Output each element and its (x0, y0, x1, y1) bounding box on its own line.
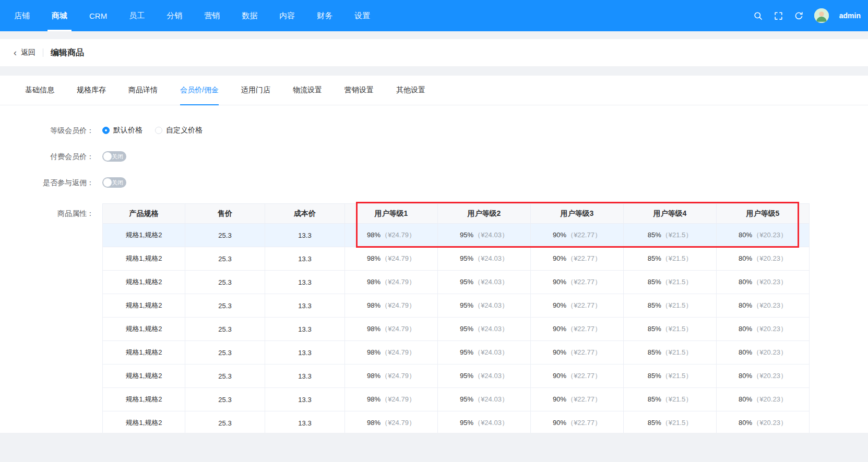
table-row[interactable]: 规格1,规格225.313.398%（¥24.79）95%（¥24.03）90%… (103, 411, 810, 433)
level-price-cell: 98%（¥24.79） (345, 318, 438, 341)
rebate-switch-label: 关闭 (112, 177, 123, 188)
level-price-cell: 85%（¥21.5） (624, 341, 717, 364)
edit-form: 等级会员价： 默认价格 自定义价格 付费会员价： 关闭 (0, 105, 868, 433)
level-price-cell: 80%（¥20.23） (717, 411, 810, 433)
level-price-cell: 80%（¥20.23） (717, 318, 810, 341)
tab-2[interactable]: 商品详情 (128, 76, 158, 105)
price-cell: 25.3 (185, 364, 265, 388)
paid-price-switch[interactable]: 关闭 (102, 151, 126, 162)
cost-cell: 13.3 (265, 411, 345, 433)
nav-item-4[interactable]: 分销 (156, 0, 193, 31)
nav-item-3[interactable]: 员工 (118, 0, 156, 31)
radio-custom-price[interactable]: 自定义价格 (155, 126, 203, 135)
rebate-label: 是否参与返佣： (0, 177, 94, 188)
cost-cell: 13.3 (265, 271, 345, 294)
tab-4[interactable]: 适用门店 (241, 76, 270, 105)
table-body: 规格1,规格225.313.398%（¥24.79）95%（¥24.03）90%… (103, 224, 810, 433)
column-header-2: 成本价 (265, 204, 345, 224)
cost-cell: 13.3 (265, 364, 345, 388)
level-price-cell: 95%（¥24.03） (438, 318, 531, 341)
tab-bar: 基础信息规格库存商品详情会员价/佣金适用门店物流设置营销设置其他设置 (0, 76, 868, 105)
table-row[interactable]: 规格1,规格225.313.398%（¥24.79）95%（¥24.03）90%… (103, 364, 810, 388)
nav-item-5[interactable]: 营销 (193, 0, 231, 31)
table-row[interactable]: 规格1,规格225.313.398%（¥24.79）95%（¥24.03）90%… (103, 294, 810, 318)
tab-6[interactable]: 营销设置 (344, 76, 374, 105)
radio-custom-price-label: 自定义价格 (166, 126, 203, 135)
spec-price-table: 产品规格售价成本价用户等级1用户等级2用户等级3用户等级4用户等级5 规格1,规… (102, 203, 810, 433)
nav-item-6[interactable]: 数据 (231, 0, 268, 31)
level-price-cell: 90%（¥22.77） (531, 341, 624, 364)
nav-item-8[interactable]: 财务 (306, 0, 343, 31)
level-price-cell: 90%（¥22.77） (531, 271, 624, 294)
table-row[interactable]: 规格1,规格225.313.398%（¥24.79）95%（¥24.03）90%… (103, 271, 810, 294)
nav-item-0[interactable]: 店铺 (3, 0, 41, 31)
nav-item-9[interactable]: 设置 (343, 0, 381, 31)
nav-item-2[interactable]: CRM (78, 0, 118, 31)
cost-cell: 13.3 (265, 318, 345, 341)
table-row[interactable]: 规格1,规格225.313.398%（¥24.79）95%（¥24.03）90%… (103, 224, 810, 247)
level-price-cell: 80%（¥20.23） (717, 271, 810, 294)
nav-item-7[interactable]: 内容 (268, 0, 306, 31)
tab-7[interactable]: 其他设置 (396, 76, 425, 105)
page-title: 编辑商品 (51, 47, 84, 58)
switch-knob (103, 152, 112, 161)
level-price-cell: 98%（¥24.79） (345, 388, 438, 411)
back-label: 返回 (21, 48, 35, 57)
tab-0[interactable]: 基础信息 (25, 76, 54, 105)
level-price-cell: 90%（¥22.77） (531, 224, 624, 247)
radio-default-price[interactable]: 默认价格 (102, 126, 142, 135)
spec-cell: 规格1,规格2 (103, 271, 185, 294)
paid-price-row: 付费会员价： 关闭 (0, 151, 868, 162)
table-row[interactable]: 规格1,规格225.313.398%（¥24.79）95%（¥24.03）90%… (103, 318, 810, 341)
level-price-cell: 80%（¥20.23） (717, 247, 810, 271)
price-cell: 25.3 (185, 318, 265, 341)
cost-cell: 13.3 (265, 341, 345, 364)
level-price-cell: 95%（¥24.03） (438, 294, 531, 318)
level-price-radios: 默认价格 自定义价格 (102, 126, 215, 135)
refresh-icon[interactable] (794, 11, 804, 21)
spec-cell: 规格1,规格2 (103, 388, 185, 411)
level-price-row: 等级会员价： 默认价格 自定义价格 (0, 125, 868, 136)
level-price-cell: 85%（¥21.5） (624, 271, 717, 294)
level-price-cell: 98%（¥24.79） (345, 247, 438, 271)
radio-checked-icon (102, 127, 110, 134)
level-price-cell: 85%（¥21.5） (624, 224, 717, 247)
rebate-row: 是否参与返佣： 关闭 (0, 177, 868, 188)
level-price-cell: 85%（¥21.5） (624, 294, 717, 318)
level-price-cell: 90%（¥22.77） (531, 247, 624, 271)
table-row[interactable]: 规格1,规格225.313.398%（¥24.79）95%（¥24.03）90%… (103, 247, 810, 271)
tab-1[interactable]: 规格库存 (77, 76, 106, 105)
level-price-cell: 80%（¥20.23） (717, 294, 810, 318)
level-price-cell: 80%（¥20.23） (717, 341, 810, 364)
tab-3[interactable]: 会员价/佣金 (180, 76, 219, 105)
topbar-right: admin (753, 0, 868, 31)
price-cell: 25.3 (185, 411, 265, 433)
level-price-cell: 90%（¥22.77） (531, 364, 624, 388)
radio-default-price-label: 默认价格 (113, 126, 142, 135)
level-price-cell: 85%（¥21.5） (624, 318, 717, 341)
table-header-row: 产品规格售价成本价用户等级1用户等级2用户等级3用户等级4用户等级5 (103, 204, 810, 224)
level-price-cell: 85%（¥21.5） (624, 411, 717, 433)
spec-cell: 规格1,规格2 (103, 411, 185, 433)
back-button[interactable]: ‹ 返回 (14, 48, 35, 57)
level-price-cell: 98%（¥24.79） (345, 364, 438, 388)
spec-cell: 规格1,规格2 (103, 294, 185, 318)
main-nav: 店铺商城CRM员工分销营销数据内容财务设置 (3, 0, 381, 31)
avatar[interactable] (814, 8, 829, 23)
page-header: ‹ 返回 编辑商品 (0, 39, 868, 66)
product-attrs-row: 商品属性： 产品规格售价成本价用户等级1用户等级2用户等级3用户等级4用户等级5… (0, 203, 868, 433)
level-price-cell: 85%（¥21.5） (624, 247, 717, 271)
username[interactable]: admin (839, 11, 861, 20)
level-price-cell: 95%（¥24.03） (438, 247, 531, 271)
spec-cell: 规格1,规格2 (103, 224, 185, 247)
tab-5[interactable]: 物流设置 (293, 76, 322, 105)
level-price-cell: 95%（¥24.03） (438, 364, 531, 388)
level-price-cell: 95%（¥24.03） (438, 341, 531, 364)
table-row[interactable]: 规格1,规格225.313.398%（¥24.79）95%（¥24.03）90%… (103, 341, 810, 364)
nav-item-1[interactable]: 商城 (41, 0, 78, 31)
rebate-switch[interactable]: 关闭 (102, 177, 126, 188)
search-icon[interactable] (753, 11, 763, 21)
column-header-5: 用户等级3 (531, 204, 624, 224)
fullscreen-icon[interactable] (774, 11, 783, 21)
table-row[interactable]: 规格1,规格225.313.398%（¥24.79）95%（¥24.03）90%… (103, 388, 810, 411)
